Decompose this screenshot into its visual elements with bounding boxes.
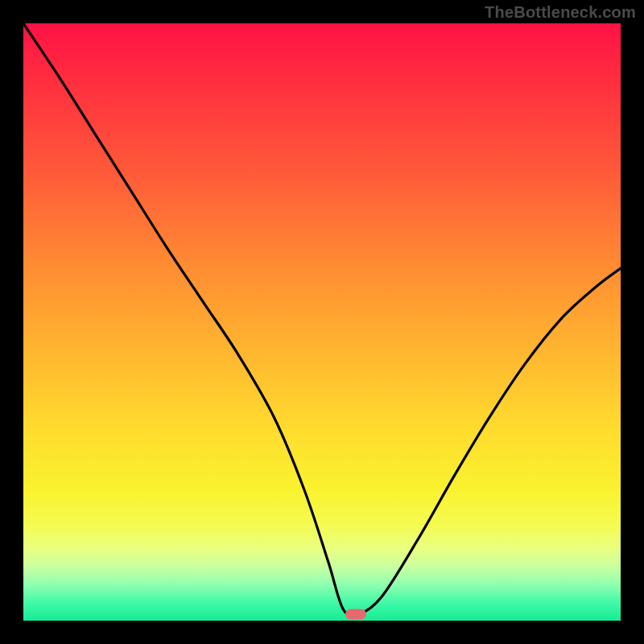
plot-area (23, 23, 621, 621)
watermark-text: TheBottleneck.com (485, 3, 636, 22)
curve-path (23, 23, 621, 616)
chart-stage: TheBottleneck.com (0, 0, 644, 644)
bottleneck-curve (23, 23, 621, 621)
optimum-marker (345, 609, 366, 619)
